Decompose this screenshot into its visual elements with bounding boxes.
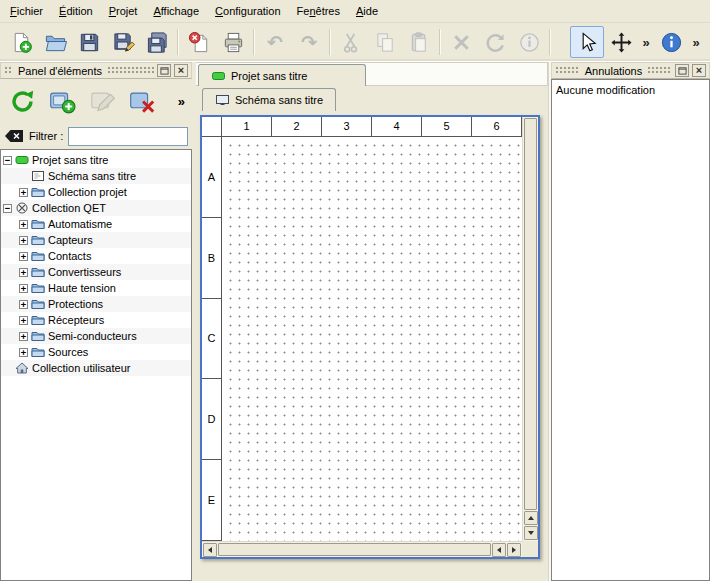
save-all-button[interactable] (140, 26, 174, 58)
expander-minus-icon[interactable]: − (3, 204, 12, 213)
expander-plus-icon[interactable]: + (19, 236, 28, 245)
tree-item-sources[interactable]: +Sources (1, 344, 191, 360)
float-button[interactable] (157, 64, 171, 77)
clear-filter-button[interactable] (4, 129, 24, 143)
tree-item-collection-qet[interactable]: −Collection QET (1, 200, 191, 216)
tree-item-collection-utilisateur[interactable]: Collection utilisateur (1, 360, 191, 376)
toolbar-overflow-1-button[interactable]: » (638, 26, 654, 58)
save-as-button[interactable] (106, 26, 140, 58)
elements-panel-header: Panel d'éléments × (0, 62, 192, 79)
elements-panel-toolbar: » (0, 79, 192, 123)
expander-plus-icon[interactable]: + (19, 348, 28, 357)
schema-canvas[interactable] (223, 138, 522, 541)
tree-item-semi-conducteurs[interactable]: +Semi-conducteurs (1, 328, 191, 344)
undo-list-item[interactable]: Aucune modification (552, 81, 709, 98)
expander-plus-icon[interactable]: + (19, 268, 28, 277)
tree-item-label: Protections (48, 298, 103, 310)
tree-item-haute-tension[interactable]: +Haute tension (1, 280, 191, 296)
elements-panel: Panel d'éléments × » Filtrer : −Projet s… (0, 62, 192, 581)
printer-icon (222, 31, 245, 54)
scroll-left-button-2[interactable] (492, 543, 506, 557)
expander-plus-icon[interactable]: + (19, 252, 28, 261)
menu-configuration[interactable]: Configuration (207, 0, 288, 22)
new-element-button[interactable] (44, 83, 80, 119)
ruler-column-3: 3 (322, 117, 372, 136)
vertical-scrollbar[interactable] (522, 117, 538, 541)
menu-edition[interactable]: Édition (51, 0, 101, 22)
home-icon (15, 362, 29, 374)
expander-plus-icon[interactable]: + (19, 220, 28, 229)
tree-item-label: Haute tension (48, 282, 116, 294)
dock-grip[interactable] (4, 66, 13, 75)
float-button[interactable] (675, 64, 689, 77)
vertical-scrollbar-thumb[interactable] (524, 118, 537, 510)
tree-item-recepteurs[interactable]: +Récepteurs (1, 312, 191, 328)
dock-grip[interactable] (647, 66, 672, 75)
tree-item-contacts[interactable]: +Contacts (1, 248, 191, 264)
menu-projet[interactable]: Projet (101, 0, 146, 22)
scroll-left-button[interactable] (203, 543, 217, 557)
close-button[interactable]: × (174, 64, 188, 77)
expander-minus-icon[interactable]: − (3, 156, 12, 165)
tree-item-schema-sans-titre[interactable]: Schéma sans titre (1, 168, 191, 184)
tree-item-protections[interactable]: +Protections (1, 296, 191, 312)
column-ruler: 123456 (222, 117, 522, 137)
open-project-button[interactable] (38, 26, 72, 58)
about-button[interactable] (654, 26, 688, 58)
element-info-button (512, 26, 546, 58)
scroll-right-button[interactable] (507, 543, 521, 557)
copy-button (368, 26, 402, 58)
redo-icon: ↷ (301, 33, 317, 52)
menu-fichier[interactable]: Fichier (2, 0, 51, 22)
expander-plus-icon[interactable]: + (19, 316, 28, 325)
cut-button (334, 26, 368, 58)
tree-item-capteurs[interactable]: +Capteurs (1, 232, 191, 248)
print-button[interactable] (216, 26, 250, 58)
scroll-down-button[interactable] (524, 526, 538, 540)
ruler-row-E: E (202, 460, 221, 541)
tree-item-label: Automatisme (48, 218, 112, 230)
expander-plus-icon[interactable]: + (19, 300, 28, 309)
toolbar-overflow-2-button[interactable]: » (688, 26, 704, 58)
new-project-button[interactable] (4, 26, 38, 58)
tree-item-collection-projet[interactable]: +Collection projet (1, 184, 191, 200)
element-edit-icon (89, 88, 116, 115)
menu-aide[interactable]: Aide (348, 0, 386, 22)
tree-item-convertisseurs[interactable]: +Convertisseurs (1, 264, 191, 280)
schema-tabbar: Schéma sans titre (196, 86, 548, 110)
delete-element-button[interactable] (124, 83, 160, 119)
undo-button: ↶ (258, 26, 292, 58)
toolbar-group-3 (334, 26, 436, 58)
menu-fenetres[interactable]: Fenêtres (289, 0, 348, 22)
ruler-column-4: 4 (372, 117, 422, 136)
tree-item-label: Récepteurs (48, 314, 104, 326)
pan-mode-button[interactable] (604, 26, 638, 58)
panel-toolbar-overflow[interactable]: » (175, 94, 188, 109)
dock-grip[interactable] (107, 66, 154, 75)
folder-icon (31, 234, 45, 246)
filter-input[interactable] (68, 127, 188, 146)
horizontal-scrollbar[interactable] (202, 541, 522, 557)
copy-icon (374, 31, 397, 54)
tree-item-projet-sans-titre[interactable]: −Projet sans titre (1, 152, 191, 168)
tab-projet-sans-titre[interactable]: Projet sans titre (198, 64, 366, 87)
reload-collections-button[interactable] (4, 83, 40, 119)
tree-item-automatisme[interactable]: +Automatisme (1, 216, 191, 232)
ruler-row-A: A (202, 137, 221, 218)
dock-grip[interactable] (555, 66, 580, 75)
close-project-button[interactable] (182, 26, 216, 58)
save-button[interactable] (72, 26, 106, 58)
menu-affichage[interactable]: Affichage (145, 0, 207, 22)
chevron-icon: » (692, 36, 699, 49)
horizontal-scrollbar-thumb[interactable] (218, 543, 491, 556)
close-button[interactable]: × (692, 64, 706, 77)
scroll-up-button[interactable] (524, 511, 538, 525)
ruler-column-1: 1 (222, 117, 272, 136)
expander-plus-icon[interactable]: + (19, 188, 28, 197)
expander-plus-icon[interactable]: + (19, 284, 28, 293)
tab-schema-sans-titre[interactable]: Schéma sans titre (202, 88, 336, 111)
select-mode-button[interactable] (570, 26, 604, 58)
schema-tab-label: Schéma sans titre (235, 94, 323, 106)
tree-item-label: Projet sans titre (32, 154, 108, 166)
expander-plus-icon[interactable]: + (19, 332, 28, 341)
